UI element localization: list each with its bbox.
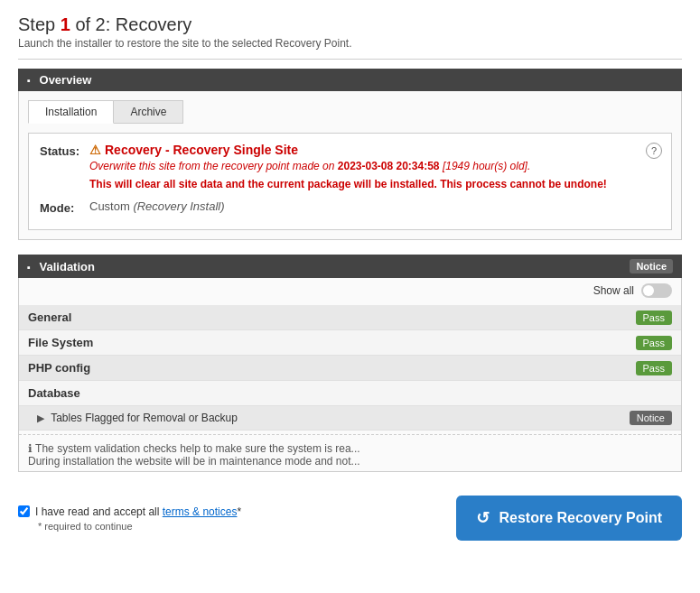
status-box: ? Status: ⚠Recovery - Recovery Single Si… — [28, 133, 672, 230]
status-value: ⚠Recovery - Recovery Single Site Overwri… — [89, 143, 660, 194]
badge-tables-flagged: Notice — [630, 411, 672, 425]
table-row: General Pass — [19, 305, 681, 330]
bottom-section: I have read and accept all terms & notic… — [18, 486, 682, 541]
validation-header-right: Notice — [630, 259, 673, 273]
badge-filesystem: Pass — [636, 336, 672, 350]
required-note: * required to continue — [38, 521, 241, 532]
validation-collapse-icon[interactable]: ▪ — [27, 262, 31, 273]
row-label-general: General — [28, 310, 71, 324]
row-label-filesystem: File System — [28, 336, 93, 349]
mode-row: Mode: Custom (Recovery Install) — [40, 199, 660, 215]
restore-icon: ↺ — [476, 508, 490, 528]
sub-row-label: Tables Flagged for Removal or Backup — [51, 412, 238, 424]
table-row: Database — [19, 381, 681, 406]
accept-checkbox[interactable] — [18, 505, 30, 517]
sub-row-tables-flagged: ▶ Tables Flagged for Removal or Backup N… — [19, 406, 681, 431]
status-warning-text: This will clear all site data and the cu… — [89, 178, 660, 190]
status-label: Status: — [40, 143, 89, 158]
warning-icon: ⚠ — [89, 143, 101, 157]
info-line2: During installation the website will be … — [28, 455, 672, 468]
mode-value: Custom (Recovery Install) — [89, 199, 660, 213]
restore-recovery-point-button[interactable]: ↺ Restore Recovery Point — [456, 496, 682, 541]
show-all-label: Show all — [593, 284, 634, 297]
badge-general: Pass — [636, 310, 672, 325]
overview-section-header: ▪ Overview — [18, 69, 682, 91]
validation-label: Validation — [40, 260, 95, 273]
validation-section-header: ▪ Validation Notice — [18, 255, 682, 278]
status-row: Status: ⚠Recovery - Recovery Single Site… — [40, 143, 660, 194]
tab-installation[interactable]: Installation — [28, 100, 114, 124]
overview-label: Overview — [40, 73, 92, 87]
header-divider — [18, 59, 682, 60]
accept-label: I have read and accept all terms & notic… — [18, 505, 241, 518]
tab-archive[interactable]: Archive — [114, 100, 183, 124]
status-title: ⚠Recovery - Recovery Single Site — [89, 143, 660, 157]
validation-body: Show all General Pass File System Pass — [18, 278, 682, 472]
validation-table: General Pass File System Pass PHP config… — [19, 305, 681, 431]
restore-button-label: Restore Recovery Point — [499, 510, 662, 526]
overview-tabs: Installation Archive — [28, 100, 672, 124]
page-header: Step 1 of 2: Recovery Launch the install… — [18, 14, 682, 50]
overview-section: ▪ Overview Installation Archive ? Status… — [18, 69, 682, 240]
collapse-icon[interactable]: ▪ — [27, 75, 31, 86]
show-all-row: Show all — [19, 278, 681, 305]
overview-body: Installation Archive ? Status: ⚠Recovery… — [18, 91, 682, 240]
page-title: Step 1 of 2: Recovery — [18, 14, 682, 35]
badge-phpconfig: Pass — [636, 361, 672, 375]
validation-section: ▪ Validation Notice Show all General Pas… — [18, 255, 682, 472]
row-label-phpconfig: PHP config — [28, 361, 90, 375]
table-row: PHP config Pass — [19, 356, 681, 381]
help-icon[interactable]: ? — [646, 143, 662, 159]
validation-notice-badge: Notice — [630, 259, 673, 273]
info-text: ℹ The system validation checks help to m… — [19, 434, 681, 471]
checkbox-area: I have read and accept all terms & notic… — [18, 505, 241, 532]
status-desc: Overwrite this site from the recovery po… — [89, 160, 660, 172]
mode-label: Mode: — [40, 199, 89, 215]
row-label-database: Database — [28, 386, 80, 400]
table-row: File System Pass — [19, 330, 681, 356]
page-subtitle: Launch the installer to restore the site… — [18, 37, 682, 50]
show-all-toggle[interactable] — [641, 283, 672, 298]
terms-link[interactable]: terms & notices — [163, 505, 238, 518]
info-line1: ℹ The system validation checks help to m… — [28, 442, 672, 455]
expand-icon[interactable]: ▶ — [37, 412, 44, 423]
